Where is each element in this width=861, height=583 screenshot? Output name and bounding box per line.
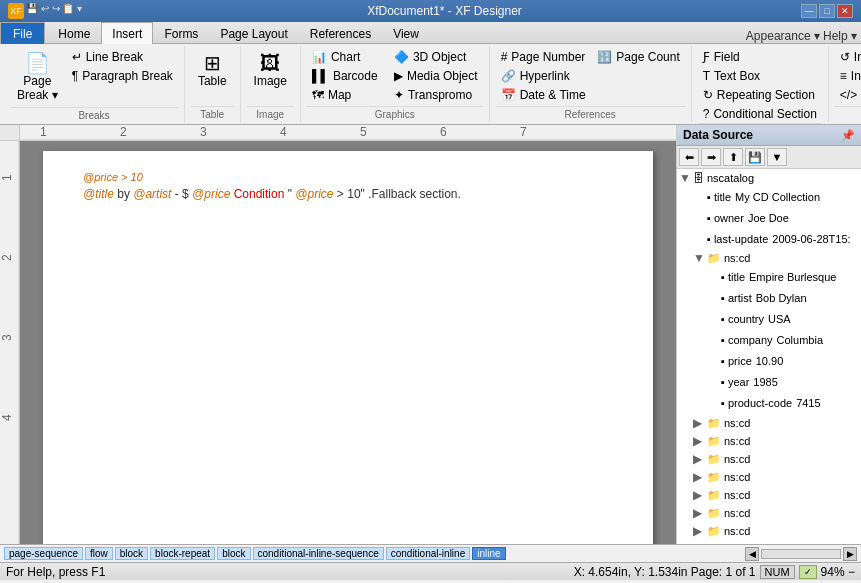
title-bar: XF 💾 ↩ ↪ 📋 ▾ XfDocument1* - XF Designer … [0,0,861,22]
tree-icon-owner: ▪ [707,212,711,224]
tab-page-layout[interactable]: Page Layout [209,22,298,44]
horizontal-ruler: 1 2 3 4 5 6 7 [20,125,676,141]
inline-repeat-button[interactable]: ↺ Inline Repeat [835,48,861,66]
media-label: Media Object [407,69,478,83]
page-count-label: Page Count [616,50,679,64]
tree-row-cd-price[interactable]: ▪price10.90 [705,351,861,370]
tag-block-2[interactable]: block [217,547,250,560]
svg-text:3: 3 [0,334,14,341]
fallback-text: .Fallback section. [368,187,461,201]
tree-row-cd-productcode[interactable]: ▪product-code7415 [705,393,861,412]
page-break-icon: 📄 [25,53,50,73]
tag-flow[interactable]: flow [85,547,113,560]
tag-bar: page-sequence flow block block-repeat bl… [0,544,861,562]
tree-row-cd-company[interactable]: ▪companyColumbia [705,330,861,349]
tab-view[interactable]: View [382,22,430,44]
tag-conditional-inline-sequence[interactable]: conditional-inline-sequence [253,547,384,560]
condition-text: Condition [234,187,285,201]
tree-row-nscd-8[interactable]: ▶📁ns:cd [691,523,861,539]
ds-forward-button[interactable]: ➡ [701,148,721,166]
close-button[interactable]: ✕ [837,4,853,18]
scroll-right-button[interactable]: ▶ [843,547,857,561]
tag-page-sequence[interactable]: page-sequence [4,547,83,560]
hyperlink-button[interactable]: 🔗 Hyperlink [496,67,576,85]
page-break-button[interactable]: 📄 PageBreak ▾ [10,48,65,107]
page-number-button[interactable]: # Page Number [496,48,591,66]
xslt-code-button[interactable]: </> XSLT Code [835,86,861,104]
tag-block-1[interactable]: block [115,547,148,560]
tree-row-owner[interactable]: ▪ owner Joe Doe [691,208,861,227]
appearance-menu[interactable]: Appearance ▾ [746,29,820,43]
minimize-button[interactable]: — [801,4,817,18]
line-break-label: Line Break [86,50,143,64]
repeating-section-button[interactable]: ↻ Repeating Section [698,86,820,104]
tab-forms[interactable]: Forms [153,22,209,44]
datasource-pin[interactable]: 📌 [841,129,855,142]
tab-file[interactable]: File [0,22,45,44]
tree-row-nscd-3[interactable]: ▶📁ns:cd [691,433,861,449]
tree-row-lastupdate[interactable]: ▪ last-update 2009-06-28T15: [691,229,861,248]
tree-row-nscd-7[interactable]: ▶📁ns:cd [691,505,861,521]
help-menu[interactable]: Help ▾ [823,29,857,43]
horizontal-scrollbar[interactable] [761,549,841,559]
graphics-group-label: Graphics [307,106,483,120]
field-button[interactable]: Ƒ Field [698,48,778,66]
image-button[interactable]: 🖼 Image [247,48,294,93]
datasource-title: Data Source 📌 [677,125,861,146]
tree-label-owner: owner [714,212,744,224]
tree-row-cd-title[interactable]: ▪titleEmpire Burlesque [705,267,861,286]
inline-condition-label: Inline Condition [851,69,861,83]
tab-references[interactable]: References [299,22,382,44]
tab-insert[interactable]: Insert [101,22,153,44]
by-text: by [117,187,133,201]
inline-condition-button[interactable]: ≡ Inline Condition [835,67,861,85]
chart-label: Chart [331,50,360,64]
tree-row-cd-country[interactable]: ▪countryUSA [705,309,861,328]
image-label: Image [254,74,287,88]
ds-filter-button[interactable]: ▼ [767,148,787,166]
chart-button[interactable]: 📊 Chart [307,48,387,66]
quoted-condition: " [288,187,292,201]
tree-row-nscd-5[interactable]: ▶📁ns:cd [691,469,861,485]
tree-toggle-nscatalog[interactable]: ▼ [679,171,693,185]
tag-conditional-inline[interactable]: conditional-inline [386,547,471,560]
zoom-minus-button[interactable]: − [848,565,855,579]
ribbon-group-dynamic: ↺ Inline Repeat 📋 Repeating Page ≡ Inlin… [829,46,861,122]
tree-toggle-nscd-1[interactable]: ▼ [693,251,707,265]
tree-row-nscd-9[interactable]: ▶📁ns:cd [691,541,861,544]
paragraph-break-button[interactable]: ¶ Paragraph Break [67,67,178,85]
scroll-left-button[interactable]: ◀ [745,547,759,561]
svg-text:4: 4 [280,125,287,139]
conditional-section-button[interactable]: ? Conditional Section [698,105,822,123]
table-button[interactable]: ⊞ Table [191,48,234,93]
transpromo-button[interactable]: ✦ Transpromo [389,86,477,104]
map-button[interactable]: 🗺 Map [307,86,387,104]
media-object-button[interactable]: ▶ Media Object [389,67,483,85]
tag-inline[interactable]: inline [472,547,505,560]
tree-item-lastupdate: ▪ last-update 2009-06-28T15: [691,228,861,249]
line-break-button[interactable]: ↵ Line Break [67,48,178,66]
date-time-button[interactable]: 📅 Date & Time [496,86,591,104]
tree-row-nscatalog[interactable]: ▼ 🗄 nscatalog [677,170,861,186]
maximize-button[interactable]: □ [819,4,835,18]
tree-row-nscd-2[interactable]: ▶📁ns:cd [691,415,861,431]
tree-row-nscd-1[interactable]: ▼ 📁 ns:cd [691,250,861,266]
page-count-button[interactable]: 🔢 Page Count [592,48,684,66]
ribbon-group-breaks: 📄 PageBreak ▾ ↵ Line Break ¶ Paragraph B… [4,46,185,122]
tree-row-nscd-6[interactable]: ▶📁ns:cd [691,487,861,503]
ds-back-button[interactable]: ⬅ [679,148,699,166]
page-count-icon: 🔢 [597,50,612,64]
tree-row-cd-year[interactable]: ▪year1985 [705,372,861,391]
text-box-button[interactable]: T Text Box [698,67,778,85]
tab-home[interactable]: Home [47,22,101,44]
barcode-button[interactable]: ▌▌ Barcode [307,67,387,85]
ds-save-button[interactable]: 💾 [745,148,765,166]
ds-up-button[interactable]: ⬆ [723,148,743,166]
tag-block-repeat[interactable]: block-repeat [150,547,215,560]
references-group-label: References [496,106,685,120]
3d-icon: 🔷 [394,50,409,64]
tree-row-cd-artist[interactable]: ▪artistBob Dylan [705,288,861,307]
tree-row-title-root[interactable]: ▪ title My CD Collection [691,187,861,206]
3d-object-button[interactable]: 🔷 3D Object [389,48,471,66]
tree-row-nscd-4[interactable]: ▶📁ns:cd [691,451,861,467]
